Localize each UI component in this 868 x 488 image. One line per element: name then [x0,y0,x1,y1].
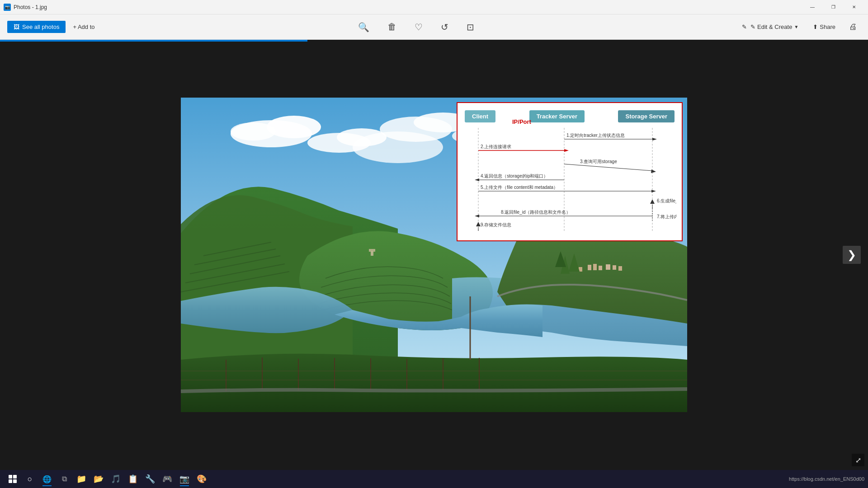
close-button[interactable]: ✕ [844,0,864,14]
taskbar-folder[interactable]: 📂 [90,471,107,487]
see-all-photos-button[interactable]: 🖼 See all photos [7,21,66,33]
taskbar-edge[interactable]: 🌐 [39,471,55,487]
toolbar-center: 🔍 🗑 ♡ ↺ ⊡ [94,20,737,34]
add-to-button[interactable]: + Add to [73,23,94,30]
svg-text:3.查询可用storage: 3.查询可用storage [580,159,617,164]
svg-marker-43 [651,169,656,173]
diagram-overlay: Client IP/Port Tracker Server Storage Se… [457,102,683,241]
progress-bar [0,40,307,42]
taskbar-photos-app[interactable]: 📷 [176,471,193,487]
minimize-button[interactable]: — [802,0,823,14]
taskbar-media[interactable]: 🎵 [108,471,124,487]
title-bar-left: 📷 Photos - 1.jpg [4,4,47,11]
next-photo-button[interactable]: ❯ [843,246,861,264]
taskbar-game[interactable]: 🎮 [159,471,175,487]
svg-point-12 [353,131,443,163]
diagram-arrows: 1.定时向tracker上传状态信息 2.上传连接请求 3.查询可用storag… [465,128,676,232]
svg-rect-17 [606,264,610,270]
svg-text:6.生成file_id: 6.生成file_id [657,198,676,203]
svg-rect-15 [599,266,602,270]
start-button[interactable] [4,470,22,488]
print-button[interactable]: 🖨 [845,20,861,33]
delete-button[interactable]: 🗑 [384,20,400,34]
app-icon: 📷 [4,4,11,11]
main-content: Client IP/Port Tracker Server Storage Se… [0,40,868,470]
client-node: Client [465,110,495,122]
diagram-nodes: Client IP/Port Tracker Server Storage Se… [465,110,675,122]
taskbar-paint[interactable]: 🎨 [193,471,210,487]
svg-line-42 [564,164,652,171]
title-bar: 📷 Photos - 1.jpg — ❐ ✕ [0,0,868,14]
svg-marker-37 [652,138,657,141]
svg-marker-49 [651,190,656,192]
svg-rect-13 [588,265,591,270]
edit-icon: ✎ [742,23,747,30]
taskbar: ○ 🌐 ⧉ 📁 📂 🎵 📋 🔧 🎮 📷 🎨 https://blog.csdn.… [0,470,868,488]
svg-rect-31 [371,251,373,256]
rotate-button[interactable]: ↺ [437,20,452,34]
taskbar-notes[interactable]: 📋 [125,471,141,487]
status-url: https://blog.csdn.net/en_ENS0d00 [789,476,864,482]
svg-point-3 [231,122,276,141]
app-toolbar: 🖼 See all photos + Add to 🔍 🗑 ♡ ↺ ⊡ ✎ ✎ … [0,14,868,40]
svg-marker-40 [564,149,569,152]
window-title: Photos - 1.jpg [14,4,47,10]
svg-rect-14 [593,264,597,270]
favorite-button[interactable]: ♡ [411,20,426,34]
ip-port-label: IP/Port [512,118,531,125]
svg-text:7.将上传内容写入: 7.将上传内容写入 [657,214,676,219]
crop-button[interactable]: ⊡ [463,20,478,34]
taskbar-settings[interactable]: 🔧 [142,471,158,487]
svg-rect-32 [369,249,375,252]
maximize-button[interactable]: ❐ [823,0,844,14]
svg-text:5.上传文件（file content和 metadata）: 5.上传文件（file content和 metadata） [481,185,558,190]
zoom-icon: 🔍 [358,22,369,33]
delete-icon: 🗑 [387,22,396,32]
diagram-body: 1.定时向tracker上传状态信息 2.上传连接请求 3.查询可用storag… [465,128,675,233]
rotate-icon: ↺ [441,22,448,33]
windows-logo-icon [9,475,17,483]
expand-icon: ⤢ [855,456,861,465]
taskbar-search[interactable]: ○ [22,471,38,487]
photo-container: Client IP/Port Tracker Server Storage Se… [181,98,687,412]
landscape-image: Client IP/Port Tracker Server Storage Se… [181,98,687,412]
expand-button[interactable]: ⤢ [852,454,864,466]
share-icon: ⬆ [813,23,818,30]
heart-icon: ♡ [415,22,423,33]
svg-marker-46 [475,178,479,181]
svg-text:2.上传连接请求: 2.上传连接请求 [481,144,511,149]
taskbar-task-view[interactable]: ⧉ [56,471,72,487]
next-arrow-icon: ❯ [847,249,856,261]
tracker-node: Tracker Server [529,110,585,122]
svg-text:4.返回信息（storage的ip和端口）: 4.返回信息（storage的ip和端口） [481,174,548,178]
svg-rect-18 [613,265,616,270]
toolbar-right: ✎ ✎ Edit & Create ▼ ⬆ Share 🖨 [737,20,861,33]
svg-marker-60 [476,222,481,226]
svg-marker-57 [475,215,479,217]
dropdown-arrow-icon: ▼ [794,24,798,29]
svg-text:9.存储文件信息: 9.存储文件信息 [481,222,511,227]
taskbar-items: ○ 🌐 ⧉ 📁 📂 🎵 📋 🔧 🎮 📷 🎨 [22,471,789,487]
storage-node: Storage Server [618,110,675,122]
title-bar-controls: — ❐ ✕ [802,0,864,14]
taskbar-right: https://blog.csdn.net/en_ENS0d00 [789,476,864,482]
taskbar-explorer[interactable]: 📁 [73,471,90,487]
svg-text:8.返回file_id（路径信息和文件名）: 8.返回file_id（路径信息和文件名） [501,210,571,215]
svg-rect-19 [618,266,622,271]
crop-icon: ⊡ [467,22,474,33]
svg-marker-53 [650,199,655,204]
svg-text:1.定时向tracker上传状态信息: 1.定时向tracker上传状态信息 [566,133,625,138]
edit-create-button[interactable]: ✎ ✎ Edit & Create ▼ [737,21,803,33]
see-all-icon: 🖼 [14,23,19,30]
print-icon: 🖨 [849,22,857,31]
share-button[interactable]: ⬆ Share [808,21,840,33]
svg-point-2 [267,116,321,138]
zoom-button[interactable]: 🔍 [354,20,373,34]
